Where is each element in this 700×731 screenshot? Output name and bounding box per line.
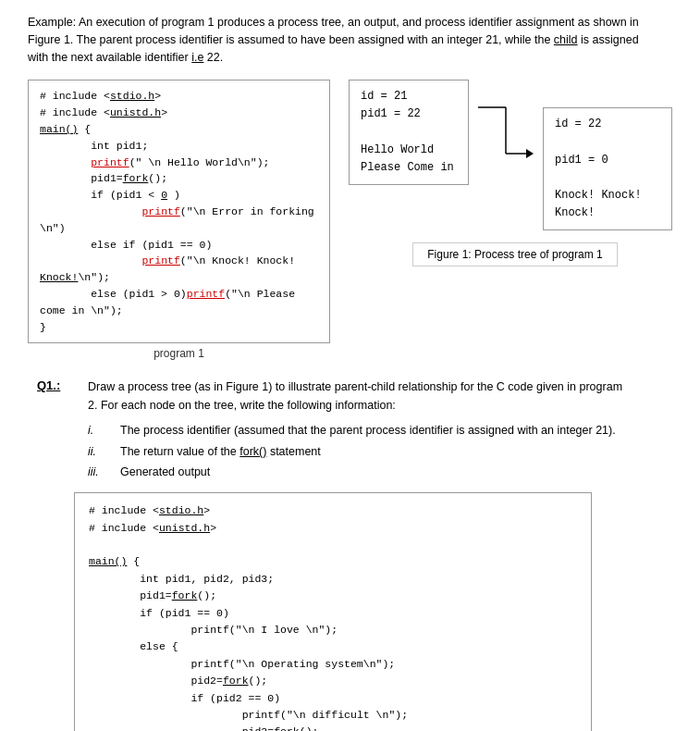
item-num-3: iii. (88, 464, 106, 481)
child-output: Knock! Knock! Knock! (555, 187, 660, 222)
question-item-3: iii. Generated output (88, 464, 672, 481)
parent-output2: Please Come in (361, 159, 457, 177)
item-text-1: The process identifier (assumed that the… (120, 422, 616, 440)
parent-node: id = 21 pid1 = 22 Hello World Please Com… (349, 80, 469, 185)
tree-arrow-svg (478, 89, 534, 163)
intro-text: Example: An execution of program 1 produ… (28, 14, 657, 66)
process-diagram-section: id = 21 pid1 = 22 Hello World Please Com… (349, 80, 672, 266)
question-header: Q1.: Draw a process tree (as in Figure 1… (37, 378, 672, 415)
child-pid1: pid1 = 0 (555, 152, 660, 169)
item-num-2: ii. (88, 443, 106, 461)
example-section: # include <stdio.h> # include <unistd.h>… (28, 80, 672, 360)
arrow-container (478, 80, 534, 166)
item-num-1: i. (88, 422, 106, 440)
parent-id: id = 21 (361, 88, 457, 105)
svg-marker-3 (526, 149, 534, 158)
parent-pid1: pid1 = 22 (361, 105, 457, 123)
item-text-3: Generated output (120, 464, 210, 481)
child-node: id = 22 pid1 = 0 Knock! Knock! Knock! (543, 107, 672, 230)
parent-output1: Hello World (361, 142, 457, 159)
item-text-2: The return value of the fork() statement (120, 443, 321, 461)
question-label: Q1.: (37, 378, 69, 392)
figure-label: Figure 1: Process tree of program 1 (412, 242, 617, 266)
process-diagram: id = 21 pid1 = 22 Hello World Please Com… (349, 80, 672, 230)
question-item-2: ii. The return value of the fork() state… (88, 443, 672, 461)
question-list: i. The process identifier (assumed that … (88, 422, 672, 481)
question-description: Draw a process tree (as in Figure 1) to … (88, 378, 624, 415)
program2-code: # include <stdio.h> # include <unistd.h>… (74, 492, 592, 731)
question-section: Q1.: Draw a process tree (as in Figure 1… (28, 378, 672, 731)
child-id: id = 22 (555, 116, 660, 133)
program1-label: program 1 (28, 347, 330, 360)
question-item-1: i. The process identifier (assumed that … (88, 422, 672, 440)
program1-code: # include <stdio.h> # include <unistd.h>… (28, 80, 330, 343)
program1-container: # include <stdio.h> # include <unistd.h>… (28, 80, 330, 360)
